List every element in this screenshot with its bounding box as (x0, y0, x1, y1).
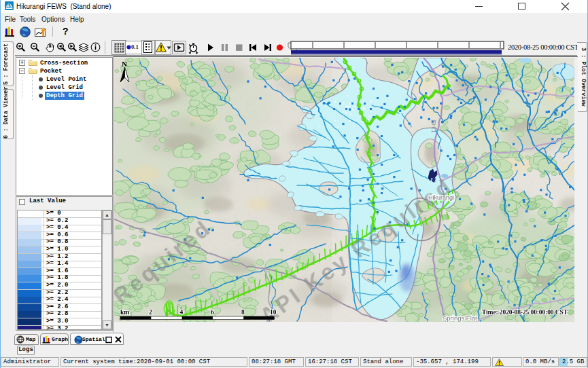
svg-text:km: km (120, 309, 129, 316)
svg-text:N: N (122, 60, 127, 68)
svg-text:10: 10 (270, 309, 277, 316)
svg-text:Hikurangi: Hikurangi (428, 194, 454, 201)
svg-text:Springs Flat: Springs Flat (443, 314, 477, 322)
svg-text:2: 2 (149, 309, 152, 316)
svg-text:6: 6 (211, 309, 214, 316)
svg-text:SH 1: SH 1 (430, 119, 437, 133)
svg-text:Time: 2020-08-25 00:00:00 CST: Time: 2020-08-25 00:00:00 CST (482, 309, 568, 316)
svg-text:8: 8 (241, 309, 245, 316)
svg-text:4: 4 (180, 309, 184, 316)
